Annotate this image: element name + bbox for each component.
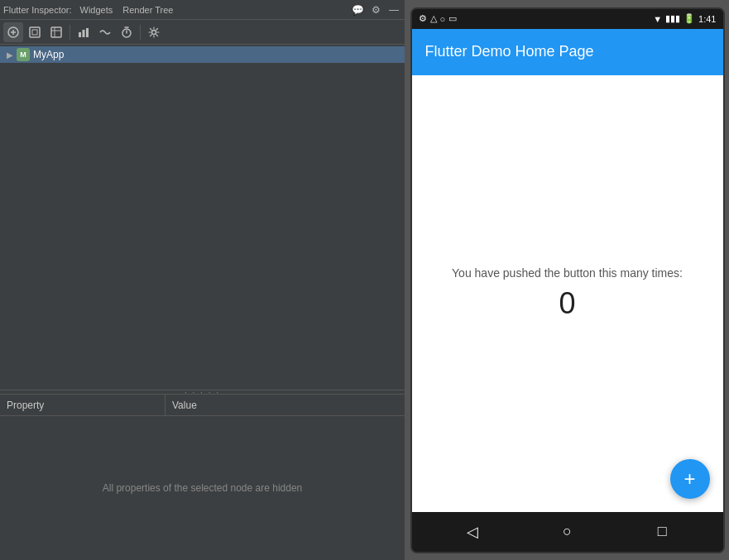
properties-empty-message: All properties of the selected node are … <box>0 416 405 560</box>
message-icon[interactable]: 💬 <box>350 2 365 17</box>
tree-item-icon: M <box>17 48 30 61</box>
timer-button[interactable] <box>117 22 137 42</box>
wifi-icon: ▼ <box>653 14 662 24</box>
fab-button[interactable]: + <box>670 459 710 499</box>
status-bar-left: ⚙ △ ○ ▭ <box>419 13 458 24</box>
app-content: You have pushed the button this many tim… <box>412 75 723 512</box>
battery-icon: 🔋 <box>683 13 695 24</box>
counter-label: You have pushed the button this many tim… <box>452 266 683 280</box>
recent-icon: □ <box>658 523 667 540</box>
widget-tree[interactable]: ▶ M MyApp <box>0 45 405 390</box>
battery-status-icon: ▭ <box>448 13 457 24</box>
more-settings-button[interactable] <box>144 22 164 42</box>
flutter-inspector-label: Flutter Inspector: <box>3 5 72 15</box>
home-button[interactable]: ○ <box>550 515 583 548</box>
tree-arrow: ▶ <box>7 50 13 60</box>
select-mode-button[interactable] <box>3 22 23 42</box>
tab-widgets[interactable]: Widgets <box>75 3 118 17</box>
tree-item-myapp[interactable]: ▶ M MyApp <box>0 46 405 63</box>
tab-render-tree[interactable]: Render Tree <box>118 3 178 17</box>
time-display: 1:41 <box>698 14 716 24</box>
properties-panel: Property Value All properties of the sel… <box>0 395 405 560</box>
properties-header: Property Value <box>0 395 405 416</box>
toolbar-separator-2 <box>140 25 141 40</box>
recent-button[interactable]: □ <box>645 515 679 548</box>
toolbar-separator-1 <box>70 25 70 40</box>
property-column-header: Property <box>0 395 165 415</box>
counter-value: 0 <box>559 286 575 321</box>
svg-point-8 <box>152 30 156 34</box>
svg-rect-5 <box>83 30 85 37</box>
settings-status-icon: ⚙ <box>419 13 427 24</box>
performance-button[interactable] <box>74 22 94 42</box>
timeline-button[interactable] <box>95 22 115 42</box>
back-button[interactable]: ◁ <box>456 515 489 548</box>
render-mode-button[interactable] <box>46 22 66 42</box>
back-icon: ◁ <box>467 523 478 541</box>
svg-rect-3 <box>51 27 61 37</box>
right-panel: ⚙ △ ○ ▭ ▼ ▮▮▮ 🔋 1:41 Flutter Demo Home P… <box>405 0 729 560</box>
circle-status-icon: ○ <box>440 14 446 24</box>
widget-mode-button[interactable] <box>25 22 45 42</box>
app-bar: Flutter Demo Home Page <box>412 29 723 75</box>
phone-frame: ⚙ △ ○ ▭ ▼ ▮▮▮ 🔋 1:41 Flutter Demo Home P… <box>410 7 725 553</box>
value-column-header: Value <box>165 395 405 415</box>
svg-rect-6 <box>86 28 89 37</box>
minimize-icon[interactable]: — <box>386 2 401 17</box>
nav-bar: ◁ ○ □ <box>412 512 723 552</box>
svg-rect-1 <box>30 27 40 37</box>
topbar-icons: 💬 ⚙ — <box>350 2 401 17</box>
settings-icon[interactable]: ⚙ <box>368 2 383 17</box>
toolbar <box>0 20 405 45</box>
signal-icon: ▮▮▮ <box>665 13 680 24</box>
status-bar: ⚙ △ ○ ▭ ▼ ▮▮▮ 🔋 1:41 <box>412 9 723 29</box>
left-panel: Flutter Inspector: Widgets Render Tree 💬… <box>0 0 405 560</box>
fab-plus-icon: + <box>683 467 695 491</box>
top-bar: Flutter Inspector: Widgets Render Tree 💬… <box>0 0 405 20</box>
empty-message-text: All properties of the selected node are … <box>103 482 303 494</box>
svg-rect-4 <box>79 32 81 37</box>
warning-status-icon: △ <box>430 13 437 24</box>
svg-rect-2 <box>32 30 37 35</box>
home-icon: ○ <box>563 523 572 540</box>
tree-item-label: MyApp <box>33 49 64 60</box>
app-bar-title: Flutter Demo Home Page <box>425 43 594 60</box>
status-bar-right: ▼ ▮▮▮ 🔋 1:41 <box>653 13 716 24</box>
